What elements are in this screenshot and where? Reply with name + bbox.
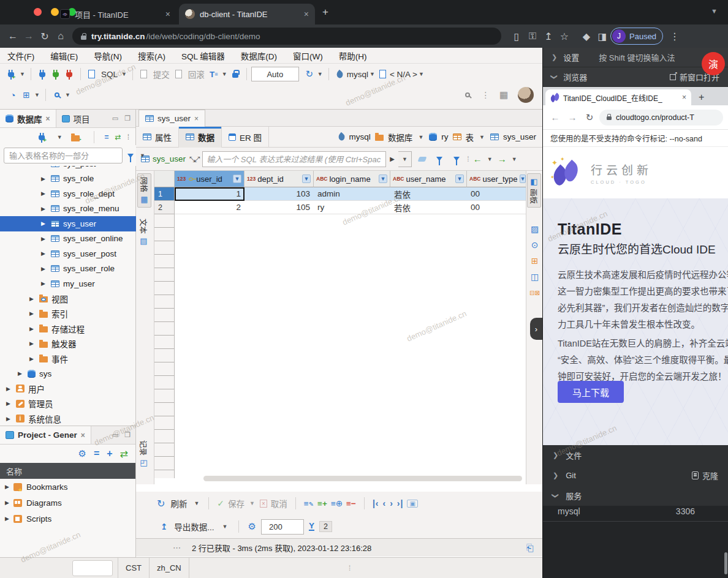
- commit-mode-box[interactable]: Auto: [251, 67, 299, 81]
- tree-item[interactable]: ▶ 触发器: [0, 336, 136, 351]
- settings-section-row[interactable]: ❯ 设置 按 Shift 键切换输入法: [543, 48, 728, 67]
- goto-row-icon[interactable]: ▣: [407, 500, 417, 508]
- tree-item[interactable]: ▶ sys_role_dept: [0, 186, 136, 201]
- tab-data[interactable]: 数据: [179, 127, 222, 148]
- clipboard-icon[interactable]: ▯: [509, 31, 525, 42]
- plan-dropdown-icon[interactable]: ▼: [34, 92, 40, 98]
- export-label[interactable]: 导出数据...: [174, 520, 214, 533]
- calc-panel-icon[interactable]: ⊟⊠: [526, 285, 543, 301]
- breadcrumb-db[interactable]: ry: [441, 132, 448, 141]
- forward-icon[interactable]: →: [565, 112, 580, 122]
- git-section-row[interactable]: ❯ Git 克隆: [543, 465, 728, 486]
- fetch-all-icon[interactable]: Y: [309, 522, 314, 531]
- aggregate-icon[interactable]: ⊞: [526, 253, 543, 269]
- references-icon[interactable]: ◫: [526, 269, 543, 285]
- expand-arrow-icon[interactable]: ▶: [41, 206, 47, 212]
- commit-label[interactable]: 提交: [153, 68, 170, 80]
- tree-item[interactable]: ▶ sys_role: [0, 171, 136, 187]
- editor-tab-sys-user[interactable]: sys_user ×: [138, 110, 205, 127]
- tab-close-icon[interactable]: ×: [682, 93, 686, 102]
- row-number[interactable]: 1: [154, 187, 175, 201]
- table-row[interactable]: 2 2 105 ry 若依 00: [154, 201, 526, 214]
- nav-back-dropdown-icon[interactable]: ▼: [487, 156, 493, 162]
- tab-close-icon[interactable]: ×: [165, 9, 170, 19]
- horizontal-scrollbar[interactable]: [203, 476, 522, 481]
- tab-project[interactable]: 项目: [56, 110, 96, 127]
- expand-arrow-icon[interactable]: ▶: [29, 296, 36, 302]
- tree-item[interactable]: ▶ 用户: [0, 381, 136, 397]
- filter-history-icon[interactable]: ▶: [390, 156, 395, 162]
- bookmark-star-icon[interactable]: ☆: [556, 31, 572, 42]
- embedded-browser-tab[interactable]: TitanIDE_CloudIDE_在线IDE_ ×: [545, 89, 691, 105]
- reload-icon[interactable]: ↻: [37, 31, 53, 42]
- commit-icon[interactable]: [137, 67, 151, 81]
- embedded-url-bar[interactable]: cloudtogo.cn/product-T: [599, 110, 723, 126]
- sql-editor-label[interactable]: SQL: [101, 70, 118, 79]
- toolbar-overflow-dots-icon[interactable]: ⋮: [482, 90, 490, 100]
- fetch-size-input[interactable]: 200: [261, 519, 304, 535]
- tab-value-panel[interactable]: ◧画板: [527, 173, 541, 208]
- save-filter-icon[interactable]: [433, 152, 446, 166]
- browser-tab-db-client[interactable]: db-client - TitanIDE ×: [179, 4, 315, 24]
- browser-tab-project[interactable]: ‹t› 项目 - TitanIDE ×: [54, 4, 176, 24]
- tab-properties[interactable]: 属性: [136, 127, 179, 148]
- edit-row-icon[interactable]: ≡✎: [304, 499, 314, 508]
- connect-icon[interactable]: [36, 67, 49, 81]
- new-tab-button[interactable]: +: [699, 92, 704, 103]
- cell-user-id[interactable]: 2: [175, 201, 245, 214]
- sort-icon[interactable]: ▼: [455, 175, 464, 183]
- menu-item[interactable]: 窗口(W): [293, 50, 323, 62]
- sort-icon[interactable]: ▼: [379, 175, 387, 183]
- expand-arrow-icon[interactable]: ▶: [29, 310, 36, 317]
- cell-login-name[interactable]: ry: [314, 201, 390, 214]
- reconnect-icon[interactable]: [49, 67, 63, 81]
- status-dots-icon[interactable]: ⋯: [173, 543, 181, 552]
- vertical-scrollbar[interactable]: [724, 552, 727, 574]
- demo-badge[interactable]: 演: [702, 52, 725, 75]
- sort-icon[interactable]: ▼: [520, 175, 526, 183]
- cell-user-id[interactable]: 1: [175, 187, 245, 201]
- tree-item[interactable]: ▶ 事件: [0, 351, 136, 367]
- tree-item[interactable]: ▶ sys_user_post: [0, 246, 136, 261]
- side-panel-icon[interactable]: ◨: [594, 31, 610, 42]
- cell-dept-id[interactable]: 103: [245, 187, 314, 201]
- extensions-puzzle-icon[interactable]: ◆: [578, 31, 594, 42]
- tree-item[interactable]: ▶ 索引: [0, 306, 136, 321]
- browser-section-row[interactable]: ❯ 浏览器 ↗ 新窗口打开: [543, 67, 728, 87]
- cell-dept-id[interactable]: 105: [245, 201, 314, 214]
- window-close-button[interactable]: [34, 8, 42, 16]
- expand-arrow-icon[interactable]: ▶: [6, 386, 12, 392]
- forward-icon[interactable]: →: [21, 31, 37, 42]
- sql-dropdown-icon[interactable]: ▼: [121, 71, 127, 77]
- metadata-icon[interactable]: ▨: [526, 221, 543, 237]
- table-row[interactable]: 1 1 103 admin 若依 00: [154, 187, 526, 201]
- table-filter-input[interactable]: [4, 148, 123, 163]
- tree-item[interactable]: ▶ my_user: [0, 276, 136, 291]
- eraser-icon[interactable]: [415, 152, 429, 166]
- expand-arrow-icon[interactable]: ▶: [6, 416, 12, 422]
- apply-filter-icon[interactable]: [450, 152, 463, 166]
- collapse-all-icon[interactable]: =: [105, 133, 109, 141]
- last-row-icon[interactable]: ›|: [397, 498, 404, 508]
- link-with-editor-icon[interactable]: ⇄: [115, 133, 121, 141]
- connection-dropdown-icon[interactable]: ▼: [57, 134, 63, 140]
- search-dropdown-icon[interactable]: ▼: [65, 92, 70, 98]
- tree-item[interactable]: ▶ 管理员: [0, 396, 136, 411]
- share-icon[interactable]: ↥: [540, 31, 556, 42]
- sort-icon[interactable]: ▼: [302, 175, 311, 183]
- expand-arrow-icon[interactable]: ▶: [41, 220, 47, 227]
- sort-icon[interactable]: ▼: [233, 175, 241, 183]
- active-driver-label[interactable]: mysql: [347, 70, 368, 79]
- column-header[interactable]: ABC user_name ▼: [390, 171, 467, 187]
- filter-dropdown-icon[interactable]: ▼: [398, 151, 412, 167]
- menu-item[interactable]: 导航(N): [94, 50, 122, 62]
- breadcrumb-table-group[interactable]: 表: [466, 131, 474, 143]
- tx-history-icon[interactable]: ↻: [303, 67, 316, 81]
- tab-close-icon[interactable]: ×: [304, 9, 309, 19]
- column-header[interactable]: ABC user_type ▼: [467, 171, 526, 187]
- breadcrumb-db-group[interactable]: 数据库: [388, 131, 413, 143]
- minimize-view-icon[interactable]: ▭: [112, 114, 118, 122]
- driver-dropdown-icon[interactable]: ▼: [370, 71, 375, 77]
- new-connection-icon[interactable]: +: [36, 130, 50, 144]
- tree-item[interactable]: ▶ sys_role_menu: [0, 201, 136, 217]
